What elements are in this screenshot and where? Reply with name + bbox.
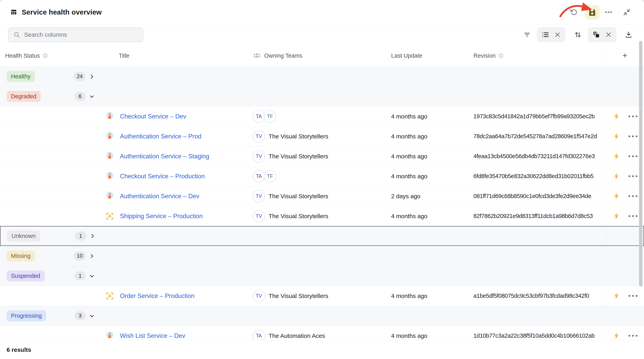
row-menu-button[interactable] (627, 334, 638, 338)
service-title-link[interactable]: Checkout Service – Production (120, 173, 205, 180)
collapse-icon (623, 8, 631, 16)
health-status-header-label: Health Status (5, 53, 40, 59)
team-name: The Visual Storytellers (268, 193, 328, 200)
search-input[interactable] (24, 31, 138, 38)
lightning-icon[interactable] (612, 172, 620, 180)
search-box[interactable] (8, 27, 143, 42)
team-name: The Visual Storytellers (268, 153, 328, 160)
column-header-health-status[interactable]: Health Status (0, 45, 105, 66)
more-options-button[interactable] (604, 8, 613, 17)
status-badge: Healthy (6, 71, 35, 82)
row-menu-button[interactable] (627, 174, 638, 178)
add-column-button[interactable]: + (606, 45, 644, 66)
team-avatar[interactable]: TV (253, 290, 265, 302)
stack-view-button[interactable] (592, 31, 600, 39)
lightning-icon[interactable] (612, 113, 620, 121)
clear-stack-button[interactable] (605, 32, 612, 38)
team-avatar[interactable]: TV (253, 210, 265, 222)
list-view-button[interactable] (542, 31, 549, 39)
service-title-link[interactable]: Checkout Service – Dev (120, 113, 186, 120)
owning-teams-header-label: Owning Teams (264, 53, 302, 59)
status-badge: Missing (6, 250, 35, 261)
group-count: 24 (74, 72, 86, 81)
lightning-icon[interactable] (612, 132, 620, 140)
lightning-icon[interactable] (612, 212, 620, 220)
lightning-icon[interactable] (612, 292, 620, 300)
group-row[interactable]: Degraded 6 (0, 86, 644, 106)
row-menu-button[interactable] (627, 194, 638, 198)
service-title-link[interactable]: Authentication Service – Staging (120, 153, 209, 160)
team-name: The Visual Storytellers (268, 213, 328, 220)
team-avatars: TA (253, 330, 265, 340)
row-menu-button[interactable] (627, 114, 638, 119)
service-title-link[interactable]: Wish List Service – Dev (120, 332, 185, 339)
team-avatar[interactable]: TV (253, 190, 265, 202)
chevron-down-icon[interactable] (89, 273, 95, 279)
clear-stack-x-icon (605, 32, 612, 38)
team-avatar[interactable]: TA (253, 330, 265, 340)
row-menu-button[interactable] (627, 294, 638, 298)
revision-header-label: Revision (474, 53, 496, 59)
group-row[interactable]: Suspended 1 (0, 266, 644, 286)
collapse-button[interactable] (623, 8, 631, 16)
team-avatars: TV (253, 290, 265, 302)
chevron-down-icon[interactable] (89, 313, 95, 319)
last-update-value: 4 months ago (391, 293, 428, 299)
group-row[interactable]: Unknown 1 (0, 226, 644, 246)
group-row[interactable]: Missing 10 (0, 246, 644, 266)
row-menu-button[interactable] (627, 214, 638, 218)
column-header-title[interactable]: Title (105, 45, 253, 66)
team-avatar[interactable]: TV (253, 130, 265, 143)
lightning-icon[interactable] (612, 332, 620, 340)
group-count: 3 (74, 311, 86, 320)
team-avatars: TV (253, 150, 265, 163)
filter-button[interactable] (523, 31, 531, 39)
service-row: Authentication Service – Staging TV The … (0, 146, 644, 166)
team-avatar[interactable]: TV (253, 150, 265, 163)
team-avatar[interactable]: TF (264, 110, 276, 123)
chevron-right-icon[interactable] (90, 233, 96, 239)
lightning-icon[interactable] (612, 152, 620, 160)
info-icon[interactable] (498, 53, 504, 58)
download-icon (625, 31, 632, 39)
chevron-down-icon[interactable] (89, 94, 95, 100)
row-menu-button[interactable] (627, 154, 638, 158)
table-body: Healthy 24 Degraded 6 (0, 66, 644, 340)
service-title-link[interactable]: Order Service – Production (120, 292, 194, 299)
status-badge: Suspended (6, 270, 45, 281)
download-button[interactable] (625, 31, 632, 39)
last-update-value: 2 days ago (391, 193, 420, 200)
table-footer: 6 results (0, 340, 644, 359)
team-avatar[interactable]: TA (253, 110, 265, 123)
team-name: The Visual Storytellers (268, 293, 328, 299)
team-avatar[interactable]: TA (253, 170, 265, 182)
undo-button[interactable] (570, 8, 578, 16)
revision-hash: 4feaa13cb4500e56db4db73211d147fd302276e3 (474, 153, 595, 160)
vertical-scrollbar-thumb[interactable] (639, 41, 642, 287)
team-avatar[interactable]: TF (264, 170, 276, 182)
page-title: Service health overview (22, 8, 102, 16)
row-menu-button[interactable] (627, 134, 638, 138)
lightning-icon[interactable] (612, 192, 620, 200)
service-title-link[interactable]: Authentication Service – Dev (120, 193, 199, 200)
table-icon (10, 9, 17, 16)
group-row[interactable]: Healthy 24 (0, 66, 644, 86)
clear-list-button[interactable] (554, 32, 561, 38)
sort-button[interactable] (574, 31, 582, 39)
column-header-last-update[interactable]: Last Update (391, 45, 474, 66)
table-toolbar (0, 24, 644, 45)
save-button[interactable] (585, 5, 599, 19)
squid-service-icon (105, 152, 114, 161)
info-icon[interactable] (43, 53, 48, 58)
chevron-right-icon[interactable] (89, 253, 95, 259)
squid-service-icon (105, 112, 114, 121)
service-row: Wish List Service – Dev TA The Automatio… (0, 326, 644, 340)
filter-icon (523, 31, 531, 39)
group-row[interactable]: Progressing 3 (0, 306, 644, 326)
chevron-right-icon[interactable] (89, 74, 95, 80)
service-title-link[interactable]: Authentication Service – Prod (120, 133, 201, 140)
service-title-link[interactable]: Shipping Service – Production (120, 213, 203, 220)
revision-hash: a1be5df5f08075dc9c53cbf97b3fcdad98c342f0 (474, 293, 589, 299)
column-header-owning-teams[interactable]: Owning Teams (253, 45, 391, 66)
column-header-revision[interactable]: Revision (474, 45, 606, 66)
